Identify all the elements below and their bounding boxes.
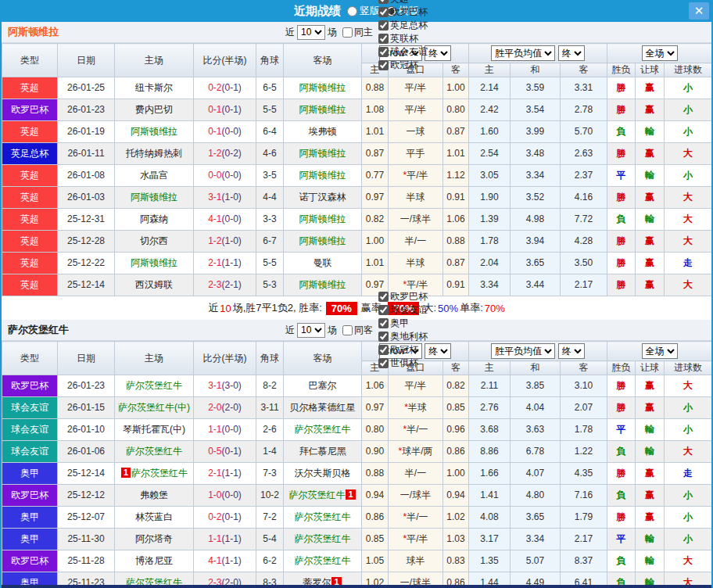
score-cell: 3-1(3-0)	[194, 375, 256, 397]
league-filter-option[interactable]: 奥地利杯	[375, 330, 428, 343]
goals-result-cell: 大	[665, 143, 712, 165]
league-checkbox[interactable]	[378, 292, 389, 302]
away-team-name: 萨尔茨堡红牛	[295, 555, 351, 566]
league-checkbox[interactable]	[378, 318, 389, 328]
fulltime-score: 2-1	[208, 468, 221, 479]
league-checkbox[interactable]	[378, 47, 389, 57]
score-cell: 3-1(1-0)	[194, 187, 256, 209]
league-filter-option[interactable]: 英足总杯	[375, 19, 428, 32]
home-team-cell: 阿斯顿维拉	[115, 121, 194, 143]
home-team-name: 阿斯顿维拉	[131, 126, 177, 137]
league-badge: 球会友谊	[2, 397, 57, 418]
league-filter-option[interactable]: 英超	[375, 0, 428, 5]
league-checkbox[interactable]	[378, 34, 389, 44]
halftime-score: (0-0)	[222, 170, 242, 181]
league-filter-option[interactable]: 欧冠杯	[375, 59, 428, 72]
col-away: 客场	[284, 44, 362, 77]
table-row: 球会友谊26-01-10琴斯托霍瓦(中)1-1(0-0)2-6萨尔茨堡红牛0.8…	[2, 419, 712, 441]
league-filter-option[interactable]: 球会友谊	[375, 303, 428, 317]
league-filter-label: 球会友谊	[390, 45, 428, 59]
fulltime-score: 3-1	[208, 380, 221, 391]
league-filter-option[interactable]: 欧罗巴杯	[375, 5, 428, 19]
league-filters: 英超欧罗巴杯英足总杯英联杯球会友谊欧冠杯	[375, 0, 428, 72]
avg-draw-cell: 3.34	[511, 529, 561, 550]
league-checkbox[interactable]	[378, 0, 389, 4]
league-checkbox[interactable]	[378, 7, 389, 17]
sub-result: 胜负	[607, 361, 636, 375]
league-badge: 英超	[2, 121, 57, 142]
result-cell: 平	[607, 165, 636, 187]
avg-away-cell: 4.28	[561, 231, 607, 253]
away-team-name: 阿斯顿维拉	[299, 82, 346, 93]
same-venue-checkbox[interactable]	[342, 325, 353, 335]
league-filter-label: 奥地利杯	[390, 330, 428, 343]
away-team-cell: 拜仁慕尼黑	[284, 441, 362, 463]
col-score: 比分(半场)	[194, 342, 256, 375]
handicap-cell: 一/球半	[389, 209, 443, 231]
same-venue-option[interactable]: 同客	[339, 324, 373, 337]
away-team-name: 贝尔格莱德红星	[290, 402, 356, 413]
fulltime-score: 1-2	[208, 235, 221, 246]
odds-final-select[interactable]: 终	[425, 343, 451, 359]
halftime-score: (0-0)	[222, 489, 242, 500]
date-cell: 25-12-14	[58, 274, 115, 296]
corner-cell: 5-3	[256, 274, 284, 296]
scope-select[interactable]: 全场	[642, 45, 678, 61]
league-checkbox[interactable]	[378, 345, 389, 355]
summary-segment: 单率:	[460, 301, 483, 315]
table-row: 欧罗巴杯26-01-23萨尔茨堡红牛3-1(3-0)8-2巴塞尔1.06平/半0…	[2, 375, 712, 397]
vertical-radio[interactable]	[347, 6, 357, 16]
away-team-cell: 萨尔茨堡红牛	[284, 419, 362, 441]
corner-cell: 5-5	[256, 253, 284, 274]
avg-away-cell: 3.31	[561, 77, 607, 99]
match-count-select[interactable]: 10	[297, 323, 325, 338]
away-team-name: 阿斯顿维拉	[299, 213, 346, 224]
away-odds-cell: 0.87	[443, 253, 469, 274]
recent-results-table: 类型 日期 主场 比分(半场) 角球 客场 Crow* 终 胜平负均值 终	[2, 43, 712, 296]
avg-away-cell: 1.78	[561, 419, 607, 441]
league-checkbox[interactable]	[378, 332, 389, 342]
avg-away-cell: 2.78	[561, 99, 607, 121]
goals-result-cell: 大	[665, 550, 712, 572]
avg-type-select[interactable]: 胜平负均值	[491, 343, 555, 359]
halftime-score: (0-1)	[222, 104, 242, 115]
league-filter-option[interactable]: 世俱杯	[375, 357, 428, 370]
bottom-bar	[2, 585, 711, 588]
league-checkbox[interactable]	[378, 305, 389, 315]
score-cell: 4-1(0-0)	[194, 209, 256, 231]
away-team-name: 萨尔茨堡红牛	[295, 533, 351, 544]
league-checkbox[interactable]	[378, 358, 389, 368]
same-venue-checkbox[interactable]	[342, 27, 353, 38]
halftime-score: (1-1)	[222, 257, 242, 268]
avg-final-select[interactable]: 终	[558, 45, 585, 61]
match-count-select[interactable]: 10	[297, 25, 325, 40]
away-odds-cell: 1.03	[443, 529, 469, 550]
league-filter-option[interactable]: 英联杯	[375, 32, 428, 45]
odds-final-select[interactable]: 终	[425, 45, 451, 61]
league-filter-option[interactable]: 奥甲	[375, 317, 428, 330]
matches-label: 场	[328, 26, 337, 39]
avg-away-cell: 7.72	[561, 209, 607, 231]
avg-draw-cell: 3.65	[511, 253, 561, 274]
league-filter-option[interactable]: 欧冠杯	[375, 343, 428, 357]
avg-type-select[interactable]: 胜平负均值	[491, 45, 555, 61]
scope-select[interactable]: 全场	[642, 343, 678, 359]
goals-result-cell: 小	[665, 529, 712, 550]
avg-final-select[interactable]: 终	[558, 343, 585, 359]
table-row: 英超26-01-19阿斯顿维拉0-1(0-0)6-4埃弗顿1.01一球0.871…	[2, 121, 712, 143]
home-team-cell: 阿斯顿维拉	[115, 187, 194, 209]
team-section-0: 阿斯顿维拉 近 10 场 同主 英超欧罗巴杯英足总杯英联杯球会友谊欧冠杯 类型 …	[2, 22, 711, 320]
league-filter-option[interactable]: 欧罗巴杯	[375, 290, 428, 303]
table-row: 欧罗巴杯25-11-28博洛尼亚4-1(1-1)6-2萨尔茨堡红牛1.05球半0…	[2, 550, 712, 572]
league-checkbox[interactable]	[378, 20, 389, 30]
goals-result-cell: 大	[665, 231, 712, 253]
league-cell: 奥甲	[2, 529, 58, 550]
away-odds-cell: 0.85	[443, 397, 469, 419]
close-icon[interactable]: ✕	[689, 2, 709, 20]
avg-away-cell: 3.10	[561, 375, 607, 397]
away-team-name: 阿斯顿维拉	[299, 235, 346, 246]
same-venue-option[interactable]: 同主	[339, 26, 373, 39]
league-checkbox[interactable]	[378, 60, 389, 70]
league-filter-option[interactable]: 球会友谊	[375, 45, 428, 59]
sub-away-odds: 客	[443, 361, 469, 375]
